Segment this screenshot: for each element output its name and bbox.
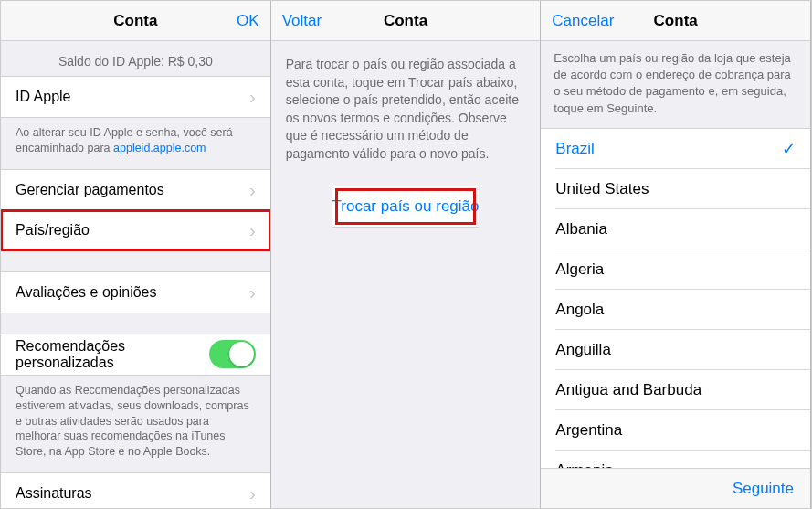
nav-title: Conta <box>1 12 270 30</box>
country-label: Brazil <box>555 140 595 158</box>
navbar: Voltar Conta <box>271 1 541 41</box>
navbar: Cancelar Conta <box>541 1 810 41</box>
apple-id-row[interactable]: ID Apple › <box>1 77 270 117</box>
country-region-row[interactable]: País/região › <box>1 210 270 250</box>
country-label: Argentina <box>555 421 622 440</box>
manage-payments-row[interactable]: Gerenciar pagamentos › <box>1 170 270 210</box>
apple-id-balance: Saldo do ID Apple: R$ 0,30 <box>1 41 270 76</box>
apple-id-footer: Ao alterar seu ID Apple e senha, você se… <box>1 118 270 169</box>
country-row[interactable]: Brazil✓ <box>541 129 810 169</box>
chevron-right-icon: › <box>249 221 256 239</box>
panel2-scroll: Para trocar o país ou região associada a… <box>271 41 541 508</box>
country-row[interactable]: United States <box>541 169 810 209</box>
chevron-right-icon: › <box>249 283 256 302</box>
country-row[interactable]: Albania <box>541 209 810 249</box>
ok-button[interactable]: OK <box>237 12 259 30</box>
recommendations-row: Recomendações personalizadas <box>1 334 270 375</box>
chevron-right-icon: › <box>249 484 256 503</box>
country-row[interactable]: Anguilla <box>541 330 810 370</box>
recommendations-footer: Quando as Recomendações personalizadas e… <box>1 376 270 472</box>
country-label: United States <box>555 180 649 198</box>
apple-id-link[interactable]: appleid.apple.com <box>113 142 206 154</box>
country-list-panel: Cancelar Conta Escolha um país ou região… <box>541 1 811 508</box>
recommendations-toggle[interactable] <box>209 340 256 368</box>
country-label: Armenia <box>555 461 613 468</box>
back-button[interactable]: Voltar <box>282 12 322 30</box>
panel1-scroll: Saldo do ID Apple: R$ 0,30 ID Apple › Ao… <box>1 41 270 508</box>
country-label: Algeria <box>555 260 604 279</box>
panel3-scroll: Escolha um país ou região da loja que es… <box>541 41 810 468</box>
country-row[interactable]: Armenia <box>541 451 810 468</box>
cancel-button[interactable]: Cancelar <box>552 12 614 30</box>
change-country-button[interactable]: Trocar país ou região <box>332 186 480 228</box>
apple-id-label: ID Apple <box>16 89 244 105</box>
ratings-reviews-row[interactable]: Avaliações e opiniões › <box>1 272 270 313</box>
checkmark-icon: ✓ <box>782 139 796 159</box>
country-label: Anguilla <box>555 341 611 359</box>
subscriptions-row[interactable]: Assinaturas › <box>1 473 270 508</box>
country-label: Antigua and Barbuda <box>555 381 701 399</box>
chevron-right-icon: › <box>249 181 256 199</box>
country-list-info: Escolha um país ou região da loja que es… <box>541 41 810 128</box>
country-row[interactable]: Angola <box>541 290 810 330</box>
navbar: Conta OK <box>1 1 270 41</box>
next-button[interactable]: Seguinte <box>733 480 794 498</box>
change-country-info: Para trocar o país ou região associada a… <box>271 41 541 178</box>
chevron-right-icon: › <box>249 88 256 106</box>
country-label: Angola <box>555 301 604 319</box>
bottom-toolbar: Seguinte <box>541 468 810 508</box>
account-main-panel: Conta OK Saldo do ID Apple: R$ 0,30 ID A… <box>1 1 271 508</box>
country-label: Albania <box>555 220 607 239</box>
country-row[interactable]: Argentina <box>541 410 810 451</box>
country-row[interactable]: Algeria <box>541 249 810 290</box>
country-list: Brazil✓United StatesAlbaniaAlgeriaAngola… <box>541 128 810 468</box>
change-country-info-panel: Voltar Conta Para trocar o país ou regiã… <box>271 1 542 508</box>
country-row[interactable]: Antigua and Barbuda <box>541 370 810 410</box>
